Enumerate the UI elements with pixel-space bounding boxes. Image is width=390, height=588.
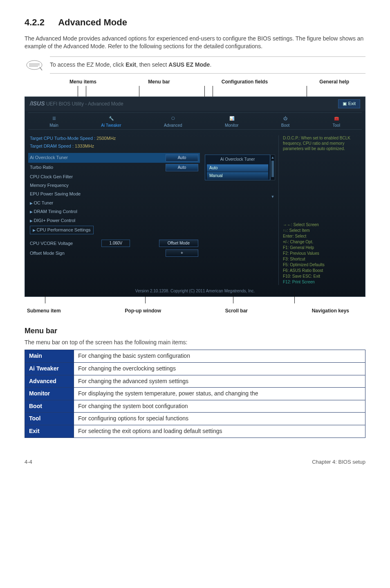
figure-bottom-labels: Submenu item Pop-up window Scroll bar Na… bbox=[25, 305, 365, 314]
chapter-label: Chapter 4: BIOS setup bbox=[312, 458, 365, 466]
exit-button[interactable]: ▣ Exit bbox=[338, 99, 360, 108]
table-val: For selecting the exit options and loadi… bbox=[74, 425, 365, 438]
table-val: For displaying the system temperature, p… bbox=[74, 388, 365, 400]
exit-icon: ▣ bbox=[343, 101, 347, 107]
submenu-cpu-perf[interactable]: CPU Performance Settings bbox=[30, 226, 94, 234]
label-submenu-item: Submenu item bbox=[27, 307, 61, 314]
chip-icon: ⎔ bbox=[169, 115, 177, 122]
tab-boot-label: Boot bbox=[281, 123, 290, 128]
item-cpu-clock-label: CPU Clock Gen Filter bbox=[30, 174, 73, 180]
power-icon: ⏻ bbox=[281, 115, 289, 122]
note-callout: To access the EZ Mode, click Exit, then … bbox=[25, 56, 365, 74]
page-footer: 4-4 Chapter 4: BIOS setup bbox=[25, 458, 365, 466]
menu-bar-heading: Menu bar bbox=[25, 326, 365, 336]
tab-monitor[interactable]: 📊 Monitor bbox=[225, 115, 238, 128]
scroll-down-icon[interactable]: ▼ bbox=[271, 194, 275, 200]
vcore-value: 1.060V bbox=[101, 240, 130, 247]
bios-titlebar: /ISUS UEFI BIOS Utility - Advanced Mode … bbox=[25, 97, 365, 110]
tab-tool-label: Tool bbox=[333, 123, 340, 128]
table-row: Ai TweakerFor changing the overclocking … bbox=[25, 362, 365, 375]
tab-advanced[interactable]: ⎔ Advanced bbox=[164, 115, 182, 128]
table-val: For changing the basic system configurat… bbox=[74, 350, 365, 363]
table-key-ai: Ai Tweaker bbox=[25, 362, 74, 375]
item-ai-overclock[interactable]: Ai Overclock Tuner Auto bbox=[28, 153, 200, 163]
bios-brand: /ISUS bbox=[30, 100, 45, 107]
submenu-digi-label: DIGI+ Power Control bbox=[34, 218, 76, 223]
submenu-oc-tuner-label: OC Tuner bbox=[34, 200, 54, 205]
submenu-cpu-perf-label: CPU Performance Settings bbox=[37, 227, 91, 232]
toolbox-icon: 🧰 bbox=[332, 115, 341, 122]
tab-ai-tweaker[interactable]: 🔧 Ai Tweaker bbox=[101, 115, 121, 128]
label-navigation-keys: Navigation keys bbox=[312, 307, 349, 314]
menu-bar-desc: The menu bar on top of the screen has th… bbox=[25, 339, 365, 347]
submenu-oc-tuner[interactable]: OC Tuner bbox=[30, 199, 198, 207]
bios-footer: Version 2.10.1208. Copyright (C) 2011 Am… bbox=[25, 287, 365, 294]
item-turbo-ratio-label: Turbo Ratio bbox=[30, 164, 53, 171]
item-ai-overclock-label: Ai Overclock Tuner bbox=[30, 155, 68, 161]
table-row: BootFor changing the system boot configu… bbox=[25, 400, 365, 413]
menu-bar-table: MainFor changing the basic system config… bbox=[25, 350, 365, 438]
submenu-digi-power[interactable]: DIGI+ Power Control bbox=[30, 216, 198, 225]
list-icon: ☰ bbox=[50, 115, 58, 122]
tab-advanced-label: Advanced bbox=[164, 123, 182, 128]
table-key-boot: Boot bbox=[25, 400, 74, 413]
bios-subtitle: UEFI BIOS Utility - Advanced Mode bbox=[46, 101, 123, 107]
navigation-keys: →←: Select Screen ↑↓: Select Item Enter:… bbox=[283, 222, 360, 285]
table-row: AdvancedFor changing the advanced system… bbox=[25, 375, 365, 388]
label-scroll-bar: Scroll bar bbox=[225, 307, 248, 314]
scroll-bar[interactable]: ▲ ▼ bbox=[270, 155, 275, 180]
popup-title: Ai Overclock Tuner bbox=[205, 155, 270, 164]
submenu-dram-label: DRAM Timing Control bbox=[34, 209, 77, 214]
badge-auto[interactable]: Auto bbox=[166, 154, 198, 162]
section-heading: 4.2.2 Advanced Mode bbox=[25, 16, 365, 29]
submenu-dram-timing[interactable]: DRAM Timing Control bbox=[30, 207, 198, 216]
tab-ai-label: Ai Tweaker bbox=[101, 123, 121, 128]
figure-top-labels: Menu items Menu bar Configuration fields… bbox=[25, 75, 365, 86]
scroll-up-icon[interactable]: ▲ bbox=[271, 155, 275, 160]
label-menu-items: Menu items bbox=[69, 79, 96, 85]
table-key-monitor: Monitor bbox=[25, 388, 74, 400]
item-memory-freq-label: Memory Frequency bbox=[30, 182, 69, 189]
target-cpu-line: Target CPU Turbo-Mode Speed : 2500MHz bbox=[30, 135, 274, 141]
label-config-fields: Configuration fields bbox=[222, 79, 268, 85]
table-key-tool: Tool bbox=[25, 413, 74, 425]
popup-opt-auto[interactable]: Auto bbox=[207, 164, 268, 172]
bios-screenshot: /ISUS UEFI BIOS Utility - Advanced Mode … bbox=[25, 97, 365, 296]
exit-label: Exit bbox=[348, 101, 356, 107]
item-vcore-label: CPU VCORE Voltage bbox=[30, 240, 73, 247]
popup-opt-manual[interactable]: Manual bbox=[207, 172, 268, 180]
tab-main[interactable]: ☰ Main bbox=[49, 115, 58, 128]
note-text: To access the EZ Mode, click Exit, then … bbox=[50, 61, 211, 68]
item-offset-sign[interactable]: Offset Mode Sign + bbox=[30, 248, 198, 258]
popup-window: Ai Overclock Tuner Auto Manual bbox=[205, 155, 270, 180]
table-row: MainFor changing the basic system config… bbox=[25, 350, 365, 363]
scroll-thumb[interactable] bbox=[271, 161, 274, 177]
table-val: For changing the advanced system setting… bbox=[74, 375, 365, 388]
section-title-text: Advanced Mode bbox=[58, 17, 127, 27]
badge-offset-mode[interactable]: Offset Mode bbox=[159, 240, 198, 247]
item-epu-saving[interactable]: EPU Power Saving Mode bbox=[30, 190, 198, 198]
general-help-text: D.O.C.P.: When set to enabled BCLK frequ… bbox=[283, 135, 360, 151]
item-cpu-vcore[interactable]: CPU VCORE Voltage 1.060V Offset Mode bbox=[30, 238, 198, 248]
table-val: For changing the overclocking settings bbox=[74, 362, 365, 375]
badge-plus[interactable]: + bbox=[166, 249, 198, 257]
table-key-main: Main bbox=[25, 350, 74, 363]
page-number: 4-4 bbox=[25, 458, 32, 466]
note-icon bbox=[25, 58, 44, 72]
table-val: For configuring options for special func… bbox=[74, 413, 365, 425]
table-row: ToolFor configuring options for special … bbox=[25, 413, 365, 425]
item-cpu-clock-filter[interactable]: CPU Clock Gen Filter bbox=[30, 173, 198, 181]
intro-paragraph: The Advanced Mode provides advanced opti… bbox=[25, 35, 365, 51]
label-popup-window: Pop-up window bbox=[125, 307, 161, 314]
item-turbo-ratio[interactable]: Turbo Ratio Auto bbox=[30, 163, 198, 173]
table-row: ExitFor selecting the exit options and l… bbox=[25, 425, 365, 438]
tab-boot[interactable]: ⏻ Boot bbox=[281, 115, 290, 128]
tab-monitor-label: Monitor bbox=[225, 123, 238, 128]
section-number: 4.2.2 bbox=[25, 16, 45, 29]
label-general-help: General help bbox=[319, 79, 349, 85]
monitor-icon: 📊 bbox=[228, 115, 236, 122]
item-epu-label: EPU Power Saving Mode bbox=[30, 191, 81, 197]
item-memory-freq[interactable]: Memory Frequency bbox=[30, 181, 198, 190]
tab-tool[interactable]: 🧰 Tool bbox=[332, 115, 341, 128]
badge-auto[interactable]: Auto bbox=[166, 164, 198, 171]
